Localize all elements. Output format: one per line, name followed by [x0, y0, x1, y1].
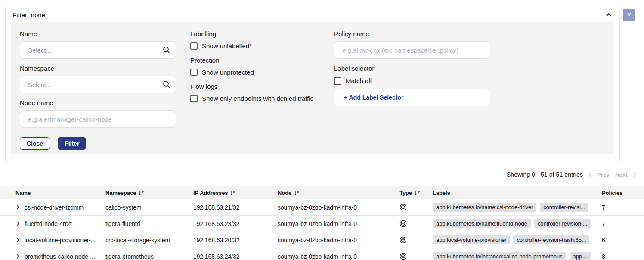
- endpoint-ip: 192.168.63.21/32: [193, 204, 278, 211]
- filter-form: Name Namespace Node name: [11, 22, 614, 154]
- label-badge[interactable]: controller-revisi...: [540, 203, 588, 212]
- endpoint-name: fluentd-node-4rr2t: [25, 220, 72, 227]
- filter-button[interactable]: Filter: [58, 137, 86, 150]
- endpoint-ip: 192.168.63.20/32: [193, 237, 278, 244]
- show-unlabelled-checkbox[interactable]: [190, 42, 198, 50]
- expand-chevron-icon[interactable]: [16, 254, 19, 259]
- policy-name-input-wrap: [334, 41, 490, 59]
- sort-icon[interactable]: [294, 190, 300, 196]
- column-header-name[interactable]: Name: [0, 190, 105, 196]
- column-header-labels[interactable]: Labels: [433, 190, 602, 196]
- filter-title: Filter: none: [12, 11, 45, 19]
- next-page-link[interactable]: Next: [615, 172, 628, 178]
- label-badge[interactable]: controller-revision-...: [534, 219, 591, 228]
- dismiss-panel-button[interactable]: ✕: [623, 9, 635, 21]
- next-chevron-icon[interactable]: [633, 172, 636, 177]
- column-header-policies[interactable]: Policies: [602, 190, 644, 196]
- endpoint-node: soumya-bz-0zbo-kadm-infra-0: [278, 204, 399, 211]
- expand-chevron-icon[interactable]: [16, 205, 19, 210]
- node-name-input[interactable]: [20, 110, 176, 128]
- expand-chevron-icon[interactable]: [16, 221, 19, 226]
- column-header-node[interactable]: Node: [278, 190, 399, 196]
- pod-type-icon: [399, 253, 407, 260]
- namespace-select-input[interactable]: [20, 76, 176, 93]
- show-unprotected-label: Show unprotected: [202, 69, 254, 76]
- show-unlabelled-row: Show unlabelled*: [190, 42, 320, 50]
- label-badge[interactable]: app.kubernetes.io/name:csi-node-driver: [433, 203, 536, 212]
- expand-chevron-icon[interactable]: [16, 238, 19, 242]
- sort-icon[interactable]: [415, 190, 420, 196]
- pagination: Showing 0 - 51 of 51 entries Prev Next: [507, 171, 636, 178]
- endpoint-node: soumya-bz-0zbo-kadm-infra-0: [278, 237, 399, 244]
- table-row[interactable]: local-volume-provisioner-... crc-local-s…: [0, 232, 644, 248]
- show-unprotected-row: Show unprotected: [190, 69, 320, 76]
- entries-summary: Showing 0 - 51 of 51 entries: [507, 171, 583, 178]
- page: Filter: none Name Namespace: [0, 0, 644, 260]
- endpoint-name: csi-node-driver-tzdmm: [25, 204, 84, 211]
- show-unlabelled-label: Show unlabelled*: [202, 42, 252, 50]
- match-all-row: Match all: [334, 77, 490, 85]
- endpoint-name: prometheus-calico-node-...: [25, 253, 95, 260]
- endpoint-node: soumya-bz-0zbo-kadm-infra-0: [278, 220, 399, 227]
- add-label-selector-button[interactable]: + Add Label Selector: [334, 89, 490, 106]
- denied-traffic-row: Show only endpoints with denied traffic: [190, 95, 320, 102]
- sort-icon[interactable]: [230, 190, 236, 196]
- endpoint-namespace: tigera-prometheus: [105, 253, 193, 260]
- policies-count: 7: [602, 220, 644, 227]
- label-badge[interactable]: app:local-volume-provisioner: [433, 235, 510, 244]
- close-icon: ✕: [627, 12, 632, 18]
- table-row[interactable]: fluentd-node-4rr2t tigera-fluentd 192.16…: [0, 216, 644, 232]
- pod-type-icon: [399, 236, 407, 244]
- namespace-select-wrap: [20, 76, 176, 93]
- name-select-wrap: [20, 41, 176, 59]
- node-name-field-label: Node name: [20, 99, 176, 107]
- pod-type-icon: [399, 204, 407, 211]
- endpoint-namespace: crc-local-storage-system: [105, 237, 193, 244]
- collapse-chevron-up-icon[interactable]: [606, 13, 612, 17]
- filter-column-right: Policy name Label selector Match all + A…: [334, 30, 490, 150]
- search-icon[interactable]: [163, 81, 170, 88]
- match-all-label: Match all: [346, 77, 372, 85]
- close-button[interactable]: Close: [20, 137, 50, 150]
- name-select-input[interactable]: [20, 41, 176, 59]
- node-name-input-wrap: [20, 110, 176, 128]
- label-badge[interactable]: controller-revision-hash:65...: [513, 235, 589, 244]
- label-badge[interactable]: app.kubernetes.io/name:fluentd-node: [433, 219, 531, 228]
- namespace-field-label: Namespace: [20, 65, 176, 72]
- policies-count: 7: [602, 204, 644, 211]
- filter-actions: Close Filter: [20, 137, 176, 150]
- label-badge[interactable]: app.kubernetes.io/instance:calico-node-p…: [433, 252, 566, 260]
- label-badge[interactable]: app....: [570, 252, 591, 260]
- show-unprotected-checkbox[interactable]: [190, 69, 198, 76]
- endpoint-ip: 192.168.63.24/32: [193, 253, 278, 260]
- flow-logs-section-label: Flow logs: [190, 83, 320, 90]
- endpoint-node: soumya-bz-0zbo-kadm-infra-0: [278, 253, 399, 260]
- prev-chevron-icon[interactable]: [588, 172, 591, 177]
- table-header-row: Name Namespace IP Addresses: [0, 186, 644, 199]
- pod-type-icon: [399, 220, 407, 227]
- endpoints-table: Name Namespace IP Addresses: [0, 186, 644, 260]
- filter-column-left: Name Namespace Node name: [20, 30, 176, 150]
- denied-traffic-label: Show only endpoints with denied traffic: [202, 95, 313, 102]
- match-all-checkbox[interactable]: [334, 77, 341, 85]
- label-selector-section-label: Label selector: [334, 65, 490, 72]
- table-row[interactable]: prometheus-calico-node-... tigera-promet…: [0, 248, 644, 260]
- search-icon[interactable]: [163, 46, 170, 54]
- column-header-namespace[interactable]: Namespace: [105, 190, 193, 196]
- sort-icon[interactable]: [139, 190, 144, 196]
- column-header-type[interactable]: Type: [399, 190, 433, 196]
- prev-page-link[interactable]: Prev: [597, 172, 610, 178]
- endpoint-namespace: tigera-fluentd: [105, 220, 193, 227]
- policy-name-field-label: Policy name: [334, 30, 490, 38]
- name-field-label: Name: [20, 30, 176, 38]
- table-row[interactable]: csi-node-driver-tzdmm calico-system 192.…: [0, 199, 644, 216]
- filter-column-middle: Labelling Show unlabelled* Protection Sh…: [190, 30, 320, 150]
- filter-panel: Filter: none Name Namespace: [5, 6, 620, 163]
- endpoint-namespace: calico-system: [105, 204, 193, 211]
- denied-traffic-checkbox[interactable]: [190, 95, 198, 102]
- policy-name-input[interactable]: [334, 41, 490, 59]
- column-header-ip-addresses[interactable]: IP Addresses: [193, 190, 278, 196]
- labelling-section-label: Labelling: [190, 30, 320, 38]
- protection-section-label: Protection: [190, 56, 320, 64]
- policies-count: 6: [602, 237, 644, 244]
